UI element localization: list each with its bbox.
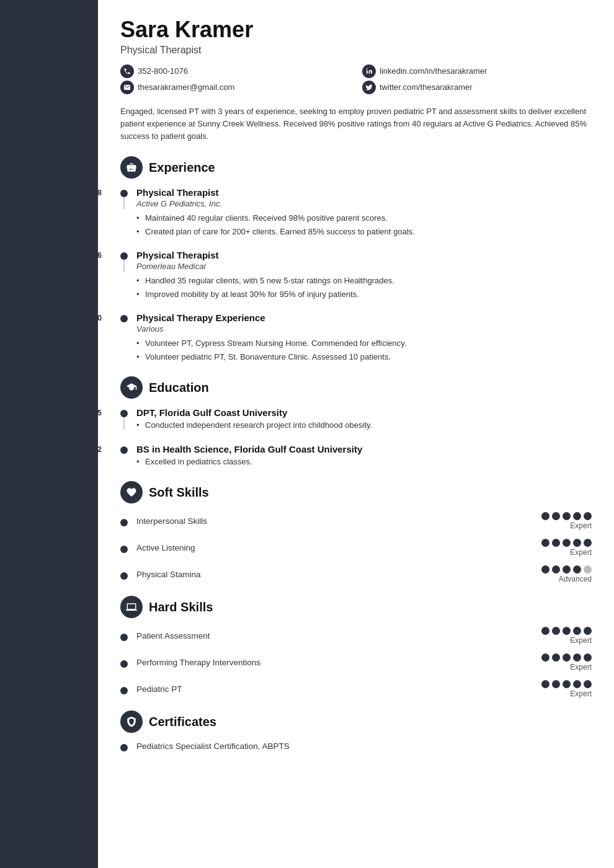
skill-name: Patient Assessment — [136, 631, 541, 640]
skill-right: Expert — [541, 627, 592, 645]
date-label: 2016-07 - 2018-08 — [2, 188, 102, 197]
linkedin-contact: linkedin.com/in/thesarakramer — [362, 64, 592, 78]
skill-right: Advanced — [541, 565, 592, 583]
skill-dot-filled — [584, 653, 592, 662]
soft-skills-icon — [120, 481, 143, 503]
skill-bullet — [120, 546, 128, 553]
skill-dot-filled — [541, 539, 549, 547]
education-timeline: 2012 - 2015 DPT, Florida Gulf Coast Univ… — [120, 407, 592, 469]
skill-dot-filled — [563, 627, 571, 635]
skill-dot-col — [120, 658, 128, 668]
skill-level: Expert — [570, 521, 592, 530]
sidebar — [0, 0, 98, 868]
skill-item: Physical Stamina Advanced — [120, 565, 592, 583]
email-value: thesarakramer@gmail.com — [138, 82, 234, 92]
skill-name: Performing Therapy Interventions — [136, 658, 541, 667]
email-icon — [120, 81, 134, 94]
date-label: 2015-10 - 2016-06 — [2, 251, 102, 260]
item-title: Physical Therapist — [136, 187, 592, 198]
experience-icon — [120, 156, 143, 179]
skill-dot-filled — [563, 565, 571, 574]
skill-dot-filled — [573, 565, 581, 574]
skill-dot-col — [120, 631, 128, 641]
skill-dots — [541, 627, 592, 635]
skill-dot-filled — [584, 512, 592, 520]
hard-skills-list: Patient Assessment Expert Performing The… — [120, 627, 592, 698]
skill-dot-filled — [563, 653, 571, 662]
item-content: Physical Therapist Pomerleau Medical Han… — [136, 250, 592, 301]
soft-skills-header: Soft Skills — [120, 481, 592, 503]
skill-item: Active Listening Expert — [120, 539, 592, 557]
item-subtitle: Various — [136, 324, 592, 334]
dot-line — [120, 407, 128, 430]
skill-dot-empty — [584, 565, 592, 574]
skill-dot-filled — [541, 680, 549, 688]
skill-dot-filled — [541, 512, 549, 520]
skill-dot-filled — [563, 680, 571, 688]
education-icon — [120, 376, 143, 399]
item-content: DPT, Florida Gulf Coast University Condu… — [136, 407, 592, 433]
skill-level: Expert — [570, 636, 592, 645]
skill-dot-filled — [552, 565, 560, 574]
skill-dot-filled — [552, 680, 560, 688]
item-subtitle: Active G Pediatrics, Inc. — [136, 199, 592, 208]
skill-dot-filled — [573, 512, 581, 520]
skill-item: Interpersonal Skills Expert — [120, 512, 592, 530]
skill-bullet — [120, 519, 128, 526]
cert-bullet — [120, 744, 128, 751]
item-title: Physical Therapist — [136, 250, 592, 260]
education-section: Education 2012 - 2015 DPT, Florida Gulf … — [120, 376, 592, 469]
dot-line — [120, 250, 128, 272]
skill-right: Expert — [541, 539, 592, 557]
skill-bullet — [120, 660, 128, 668]
bullet: Volunteer pediatric PT, St. Bonaventure … — [136, 351, 592, 363]
experience-section-header: Experience — [120, 156, 592, 179]
contact-grid: 352-800-1076 linkedin.com/in/thesarakram… — [120, 64, 592, 94]
skill-dot-filled — [541, 653, 549, 662]
certificates-icon — [120, 711, 143, 733]
timeline-item: 2012 - 2015 DPT, Florida Gulf Coast Univ… — [120, 407, 592, 433]
experience-timeline: 2016-07 - 2018-08 Physical Therapist Act… — [120, 187, 592, 364]
cert-item: Pediatrics Specialist Certification, ABP… — [120, 742, 592, 751]
timeline-item: 2008 - 2012 BS in Health Science, Florid… — [120, 444, 592, 469]
skill-right: Expert — [541, 512, 592, 530]
skill-dots — [541, 512, 592, 520]
soft-skills-list: Interpersonal Skills Expert Active Liste… — [120, 512, 592, 583]
phone-contact: 352-800-1076 — [120, 64, 350, 78]
skill-level: Expert — [570, 663, 592, 671]
linkedin-value: linkedin.com/in/thesarakramer — [380, 66, 487, 76]
hard-skills-title: Hard Skills — [149, 600, 213, 614]
experience-section: Experience 2016-07 - 2018-08 Physical Th… — [120, 156, 592, 364]
hard-skills-icon — [120, 596, 143, 618]
skill-dot-filled — [552, 653, 560, 662]
skill-dot-filled — [573, 680, 581, 688]
skill-dot-col — [120, 684, 128, 694]
header: Sara Kramer Physical Therapist 352-800-1… — [120, 17, 592, 143]
dot-line — [120, 312, 128, 322]
bullet: Improved mobility by at least 30% for 95… — [136, 288, 592, 301]
bullet: Created plan of care for 200+ clients. E… — [136, 226, 592, 238]
skill-dot-col — [120, 516, 128, 526]
skill-dot-col — [120, 543, 128, 553]
date-label: 2008 - 2012 — [2, 445, 102, 454]
item-title: DPT, Florida Gulf Coast University — [136, 407, 592, 418]
timeline-dot — [120, 410, 128, 417]
timeline-dot — [120, 315, 128, 322]
dot-line — [120, 187, 128, 210]
certificates-section: Certificates Pediatrics Specialist Certi… — [120, 711, 592, 751]
summary: Engaged, licensed PT with 3 years of exp… — [120, 105, 592, 143]
skill-name: Active Listening — [136, 543, 541, 552]
skill-dot-filled — [584, 680, 592, 688]
education-title: Education — [149, 381, 209, 395]
bullet: Excelled in pediatrics classes. — [136, 456, 592, 468]
item-subtitle: Pomerleau Medical — [136, 262, 592, 271]
skill-dot-filled — [584, 627, 592, 635]
timeline-dot — [120, 446, 128, 454]
twitter-value: twitter.com/thesarakramer — [380, 82, 473, 92]
skill-dot-filled — [573, 653, 581, 662]
skill-dots — [541, 565, 592, 574]
skill-bullet — [120, 634, 128, 641]
experience-title: Experience — [149, 161, 215, 175]
certificates-list: Pediatrics Specialist Certification, ABP… — [120, 742, 592, 751]
timeline-dot — [120, 252, 128, 260]
